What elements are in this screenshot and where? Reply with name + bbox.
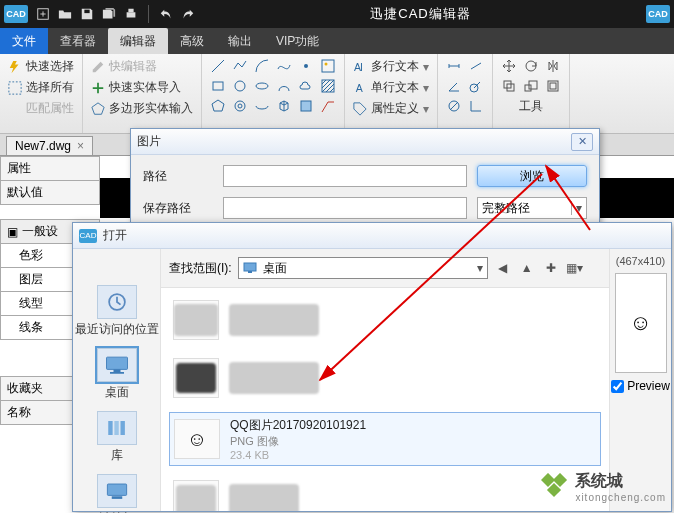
cloud-tool-icon[interactable]: [298, 78, 314, 94]
select-all-button[interactable]: 选择所有: [8, 79, 74, 96]
file-item[interactable]: [169, 476, 601, 511]
menu-viewer[interactable]: 查看器: [48, 28, 108, 54]
place-recent[interactable]: 最近访问的位置: [75, 285, 159, 338]
up-icon[interactable]: ▲: [518, 259, 536, 277]
dim-ord-icon[interactable]: [468, 98, 484, 114]
app-logo-icon: CAD: [4, 5, 28, 23]
menu-advanced[interactable]: 高级: [168, 28, 216, 54]
watermark-logo-icon: [541, 473, 569, 501]
watermark-url: xitongcheng.com: [575, 492, 666, 503]
lookin-bar: 查找范围(I): 桌面 ▾ ◀ ▲ ✚ ▦▾: [161, 249, 609, 288]
new-folder-icon[interactable]: ✚: [542, 259, 560, 277]
mtext-button[interactable]: AI多行文本▾: [353, 58, 429, 75]
redo-icon[interactable]: [177, 3, 199, 25]
watermark: 系统城 xitongcheng.com: [541, 471, 666, 503]
new-icon[interactable]: [32, 3, 54, 25]
undo-icon[interactable]: [155, 3, 177, 25]
close-tab-icon[interactable]: ×: [77, 139, 84, 153]
svg-text:I: I: [360, 60, 363, 72]
svg-rect-4: [9, 81, 21, 93]
saveall-icon[interactable]: [98, 3, 120, 25]
browse-button[interactable]: 浏览: [477, 165, 587, 187]
save-icon[interactable]: [76, 3, 98, 25]
print-icon[interactable]: [120, 3, 142, 25]
circle-tool-icon[interactable]: [232, 78, 248, 94]
preview-checkbox[interactable]: Preview: [611, 379, 670, 393]
image-dialog-titlebar[interactable]: 图片 ✕: [131, 129, 599, 155]
preview-image: ☺: [615, 273, 667, 373]
pencil-icon: [91, 60, 105, 74]
save-path-label: 保存路径: [143, 200, 213, 217]
open-icon[interactable]: [54, 3, 76, 25]
ellipse-tool-icon[interactable]: [254, 78, 270, 94]
back-icon[interactable]: ◀: [494, 259, 512, 277]
dim-radius-icon[interactable]: [468, 78, 484, 94]
full-path-combo[interactable]: 完整路径▾: [477, 197, 587, 219]
dim-diameter-icon[interactable]: [446, 98, 462, 114]
lookin-combo[interactable]: 桌面 ▾: [238, 257, 488, 279]
open-dialog-titlebar[interactable]: CAD 打开: [73, 223, 671, 249]
quick-select-button[interactable]: 快速选择: [8, 58, 74, 75]
svg-rect-33: [107, 484, 126, 495]
block-tool-icon[interactable]: [298, 98, 314, 114]
place-libraries[interactable]: 库: [97, 411, 137, 464]
arc-tool-icon[interactable]: [254, 58, 270, 74]
rotate-icon[interactable]: [523, 58, 539, 74]
hatch-tool-icon[interactable]: [320, 78, 336, 94]
3d-tool-icon[interactable]: [276, 98, 292, 114]
place-computer[interactable]: 计算机: [97, 474, 137, 513]
menu-output[interactable]: 输出: [216, 28, 264, 54]
file-item-selected[interactable]: ☺ QQ图片20170920101921 PNG 图像 23.4 KB: [169, 412, 601, 466]
menu-file[interactable]: 文件: [0, 28, 48, 54]
point-tool-icon[interactable]: [298, 58, 314, 74]
menu-bar: 文件 查看器 编辑器 高级 输出 VIP功能: [0, 28, 674, 54]
move-icon[interactable]: [501, 58, 517, 74]
chevron-down-icon: ▾: [477, 261, 483, 275]
svg-rect-35: [244, 263, 256, 271]
svg-point-13: [238, 104, 242, 108]
select-all-icon: [8, 81, 22, 95]
leader-tool-icon[interactable]: [320, 98, 336, 114]
curve-tool-icon[interactable]: [276, 78, 292, 94]
offset-icon[interactable]: [545, 78, 561, 94]
copy-icon[interactable]: [501, 78, 517, 94]
svg-rect-3: [128, 9, 133, 13]
menu-editor[interactable]: 编辑器: [108, 28, 168, 54]
line-tool-icon[interactable]: [210, 58, 226, 74]
property-default[interactable]: 默认值: [0, 181, 100, 205]
mirror-icon[interactable]: [545, 58, 561, 74]
donut-tool-icon[interactable]: [232, 98, 248, 114]
image-dialog-close-button[interactable]: ✕: [571, 133, 593, 151]
tools-label: 工具: [501, 98, 561, 115]
save-path-input[interactable]: [223, 197, 467, 219]
ellipse-arc-tool-icon[interactable]: [254, 98, 270, 114]
file-item[interactable]: [169, 354, 601, 402]
svg-point-10: [256, 83, 268, 89]
path-label: 路径: [143, 168, 213, 185]
poly-entity-input-button[interactable]: 多边形实体输入: [91, 100, 193, 117]
places-bar: 最近访问的位置 桌面 库 计算机: [73, 249, 161, 511]
menu-vip[interactable]: VIP功能: [264, 28, 331, 54]
library-icon: [103, 416, 131, 440]
path-input[interactable]: [223, 165, 467, 187]
chevron-down-icon: ▾: [571, 201, 582, 215]
document-tab[interactable]: New7.dwg ×: [6, 136, 93, 155]
rect-tool-icon[interactable]: [210, 78, 226, 94]
polyline-tool-icon[interactable]: [232, 58, 248, 74]
scale-icon[interactable]: [523, 78, 539, 94]
file-item[interactable]: [169, 296, 601, 344]
svg-rect-8: [213, 82, 223, 90]
place-desktop[interactable]: 桌面: [97, 348, 137, 401]
app-logo-right-icon: CAD: [646, 5, 670, 23]
dim-aligned-icon[interactable]: [468, 58, 484, 74]
spline-tool-icon[interactable]: [276, 58, 292, 74]
dim-linear-icon[interactable]: [446, 58, 462, 74]
view-menu-icon[interactable]: ▦▾: [566, 259, 584, 277]
dim-angular-icon[interactable]: [446, 78, 462, 94]
image-tool-icon[interactable]: [320, 58, 336, 74]
quick-entity-import-button[interactable]: 快速实体导入: [91, 79, 193, 96]
polygon2-tool-icon[interactable]: [210, 98, 226, 114]
mtext-icon: AI: [353, 60, 367, 74]
attrdef-button[interactable]: 属性定义▾: [353, 100, 429, 117]
stext-button[interactable]: A单行文本▾: [353, 79, 429, 96]
